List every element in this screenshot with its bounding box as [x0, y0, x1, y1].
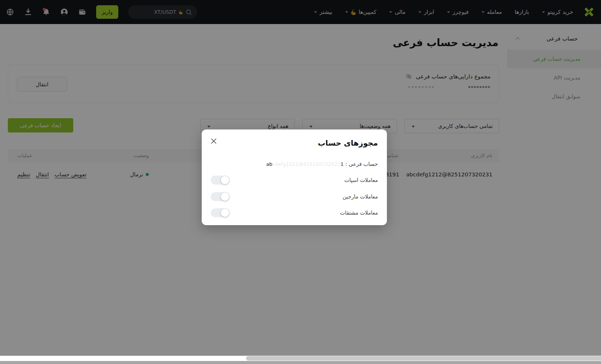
subaccount-value: abcdefg1212@8251207320231	[266, 161, 344, 167]
app-screen: خرید کریپتو بازارها معامله فیوچرز ابزار …	[0, 0, 601, 364]
permission-row-spot: معاملات اسپات	[211, 176, 378, 185]
modal-title: مجوزهای حساب	[318, 138, 378, 147]
subaccount-label: حساب فرعی :	[344, 161, 378, 167]
toggle-knob	[221, 193, 229, 201]
permission-row-derivatives: معاملات مشتقات	[211, 208, 378, 217]
close-icon[interactable]	[210, 137, 217, 145]
permission-label: معاملات مشتقات	[340, 208, 378, 217]
toggle-knob	[221, 209, 229, 217]
derivatives-trading-toggle[interactable]	[211, 208, 230, 217]
spot-trading-toggle[interactable]	[211, 176, 230, 185]
permission-label: معاملات مارجین	[343, 192, 378, 201]
subaccount-row: حساب فرعی : abcdefg1212@8251207320231	[266, 161, 378, 167]
scrollbar-thumb[interactable]	[246, 356, 601, 361]
permission-row-margin: معاملات مارجین	[211, 192, 378, 201]
account-permissions-modal: مجوزهای حساب حساب فرعی : abcdefg1212@825…	[202, 129, 387, 225]
permission-label: معاملات اسپات	[344, 176, 378, 185]
margin-trading-toggle[interactable]	[211, 192, 230, 201]
horizontal-scrollbar	[0, 356, 601, 364]
toggle-knob	[221, 176, 229, 184]
